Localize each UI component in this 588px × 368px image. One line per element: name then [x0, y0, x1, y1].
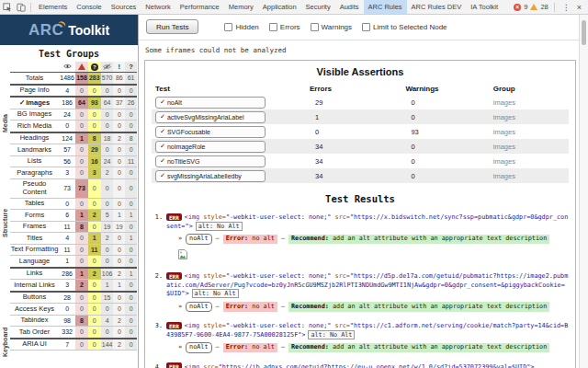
- count-errors: 0: [75, 233, 88, 245]
- devtools-tabs: ElementsConsoleSourcesNetworkPerformance…: [34, 0, 509, 14]
- assertion-test-button[interactable]: ✓noImageRole: [155, 141, 266, 153]
- count-visible: 4: [59, 85, 75, 98]
- devtools-tab[interactable]: Memory: [224, 0, 258, 14]
- test-group-row[interactable]: ✓Pseudo Content 73 73 0 0 0 0: [10, 178, 137, 198]
- count-errors: 0: [75, 292, 88, 304]
- devtools-tab[interactable]: Console: [72, 0, 107, 14]
- test-group-row[interactable]: ✓Frames 11 8 0 19 19 0: [10, 221, 137, 233]
- devtools-tab[interactable]: Security: [301, 0, 335, 14]
- rule-pill[interactable]: noAlt: [186, 234, 211, 245]
- results-container: Visible Assertions Test Errors Warnings …: [144, 60, 576, 368]
- console-warning-count: 28: [540, 3, 548, 11]
- test-group-row[interactable]: ✓Tab Order 332 0 0 0 0 0: [10, 327, 137, 339]
- devtools-tab[interactable]: Audits: [335, 0, 364, 14]
- assertion-errors: 1: [306, 109, 401, 124]
- test-group-row[interactable]: ✓Access Keys 0 0 0 0 0 0: [10, 304, 137, 316]
- assertion-test-button[interactable]: ✓svgMissingAriaLabelledby: [155, 170, 266, 182]
- vertical-scrollbar[interactable]: [579, 15, 588, 368]
- checkbox-hidden[interactable]: Hidden: [224, 23, 258, 31]
- devtools-tab[interactable]: IA Toolkit: [466, 0, 503, 14]
- test-group-row[interactable]: ✓Lists 56 0 16 24 0 11: [10, 155, 137, 167]
- count-exclaim: 0: [113, 144, 125, 156]
- test-group-row[interactable]: ✓Text Formatting 11 0 11 0 0 0: [10, 244, 137, 256]
- count-question: 1: [125, 233, 137, 245]
- count-warnings: 2: [88, 268, 101, 280]
- checkbox-errors[interactable]: Errors: [269, 23, 300, 31]
- group-label-structure: Structure: [2, 209, 8, 237]
- count-visible: 3: [59, 167, 75, 179]
- count-visible: 0: [59, 121, 75, 132]
- alt-attribute-box: alt: No Alt: [196, 222, 243, 231]
- test-group-row[interactable]: ✓Buttons 28 0 0 15 0 0: [10, 292, 137, 304]
- exclaim-column-icon: !: [113, 62, 125, 73]
- checkbox-box[interactable]: [362, 23, 370, 31]
- test-group-row[interactable]: ✓Tables 0 0 0 0 0 0: [10, 198, 137, 210]
- devtools-tab[interactable]: Network: [141, 0, 175, 14]
- result-number: 4.: [152, 362, 163, 368]
- devtools-tab[interactable]: ARC Rules: [364, 0, 407, 14]
- devtools-tab[interactable]: ARC Rules DEV: [407, 0, 467, 14]
- test-group-row[interactable]: ✓Headings 124 1 8 18 2 8: [10, 132, 137, 144]
- checkbox-limit-to-selected-node[interactable]: Limit to Selected Node: [362, 23, 447, 31]
- devtools-tab[interactable]: Performance: [175, 0, 224, 14]
- count-warnings: 0: [88, 121, 101, 132]
- test-group-row[interactable]: ✓ARIA UI 7 0 0 144 2 0: [10, 339, 137, 351]
- devtools-tab[interactable]: Elements: [34, 0, 72, 14]
- assertion-test-button[interactable]: ✓noAlt: [155, 97, 266, 109]
- count-warnings: 0: [88, 327, 101, 339]
- assertion-group: images: [490, 124, 569, 139]
- devtools-close-icon[interactable]: ×: [575, 3, 583, 12]
- console-error-icon[interactable]: ×: [514, 4, 521, 11]
- test-group-label: ✓Tab Order: [10, 327, 59, 339]
- error-message: Error: no alt: [223, 302, 277, 312]
- test-group-row[interactable]: ✓Tabindex 98 8 0 4 2 0: [10, 315, 137, 327]
- test-group-row[interactable]: ✓Links 286 1 2 106 2 1: [10, 268, 137, 280]
- count-exclaim: 0: [113, 155, 125, 167]
- assertion-test-button[interactable]: ✓activeSvgMissingAriaLabel: [155, 111, 266, 123]
- count-hidden: 0: [101, 327, 114, 339]
- checkbox-box[interactable]: [269, 23, 277, 31]
- count-exclaim: 0: [113, 121, 125, 132]
- test-group-row[interactable]: ✓Landmarks 57 0 29 0 0 0: [10, 144, 137, 156]
- checkbox-box[interactable]: [311, 23, 319, 31]
- inspect-element-icon[interactable]: [0, 0, 14, 14]
- count-question: 0: [125, 198, 137, 210]
- assertion-test-button[interactable]: ✓SVGFocusable: [155, 126, 266, 138]
- test-group-row[interactable]: ✓Page Info 4 0 0 0 0 0: [10, 85, 137, 98]
- count-exclaim: 37: [113, 97, 125, 109]
- checkbox-warnings[interactable]: Warnings: [311, 23, 353, 31]
- logo-toolkit-text: Toolkit: [68, 23, 109, 38]
- test-group-row[interactable]: ✓Language 1 0 0 0 0 0: [10, 256, 137, 268]
- rule-pill[interactable]: noAlt: [186, 342, 211, 353]
- count-warnings: 1: [88, 233, 101, 245]
- count-hidden: 106: [101, 268, 114, 280]
- check-icon: ✓: [160, 157, 165, 165]
- test-group-row[interactable]: ✓Images 186 64 93 64 37 26: [10, 97, 137, 109]
- count-hidden: 0: [101, 144, 114, 156]
- device-toolbar-icon[interactable]: [14, 0, 28, 14]
- console-warning-icon[interactable]: [530, 4, 537, 10]
- test-group-row[interactable]: ✓BG Images 24 0 0 0 0 0: [10, 109, 137, 121]
- test-group-row[interactable]: ✓Internal Links 3 2 0 1 1 0: [10, 280, 137, 292]
- count-exclaim: 0: [113, 233, 125, 245]
- devtools-menu-icon[interactable]: ⋮: [560, 3, 572, 12]
- count-visible: 28: [59, 292, 75, 304]
- checkbox-box[interactable]: [224, 23, 232, 31]
- test-group-row[interactable]: ✓Titles 4 0 1 2 0 1: [10, 233, 137, 245]
- test-group-label: ✓BG Images: [10, 109, 59, 121]
- devtools-tab[interactable]: Application: [258, 0, 301, 14]
- group-label-keyboard: Keyboard: [2, 328, 8, 357]
- test-group-row[interactable]: ✓Paragraphs 3 0 3 2 0 0: [10, 167, 137, 179]
- test-group-row[interactable]: ✓Rich Media 0 0 0 0 0 0: [10, 121, 137, 132]
- test-group-row[interactable]: ✓Totals 1486 158 283 570 86 61: [10, 73, 137, 85]
- count-exclaim: 2: [113, 132, 125, 144]
- count-question: 1: [125, 210, 137, 222]
- scrollbar-thumb[interactable]: [582, 20, 586, 45]
- devtools-tab[interactable]: Sources: [107, 0, 141, 14]
- assertion-test-button[interactable]: ✓noTitleSVG: [155, 155, 266, 167]
- count-question: 61: [125, 73, 137, 85]
- rule-pill[interactable]: noAlt: [186, 302, 211, 313]
- test-group-row[interactable]: ✓Forms 6 1 2 5 1 1: [10, 210, 137, 222]
- col-test: Test: [152, 83, 306, 95]
- run-tests-button[interactable]: Run Tests: [146, 19, 198, 34]
